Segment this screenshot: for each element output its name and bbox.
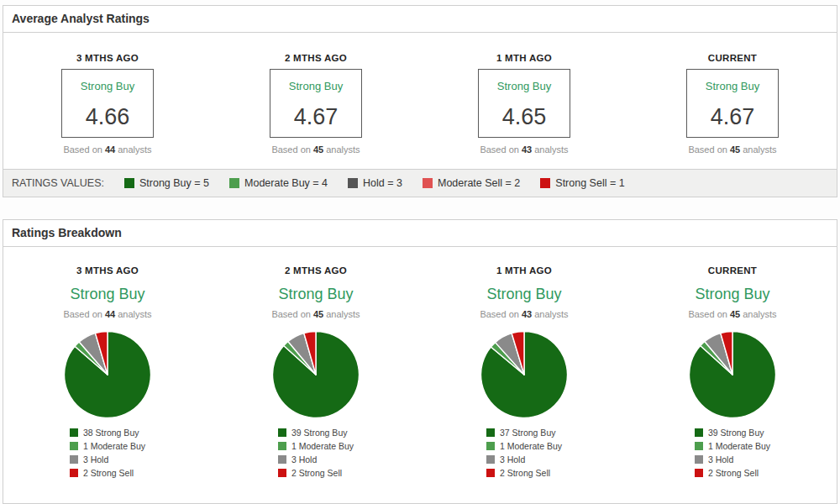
analyst-count-line: Based on 44 analysts [3,144,212,155]
rating-card: 1 MTH AGO Strong Buy 4.65 Based on 43 an… [420,53,628,155]
rating-value: 4.66 [86,106,130,129]
rating-value: 4.65 [502,106,547,129]
breakdown-column: 3 MTHS AGO Strong Buy Based on 44 analys… [3,265,212,481]
legend-label: 38 Strong Buy [83,428,139,438]
analyst-count: 44 [105,309,115,319]
legend-color-swatch [229,178,239,188]
legend-color-swatch [540,178,550,188]
based-on-text: Based on [480,144,518,155]
legend-color-swatch [124,178,134,188]
legend-color-swatch [695,455,703,464]
legend-color-swatch [278,455,286,464]
pie-legend-item: 3 Hold [695,454,770,465]
analysts-text: analysts [743,144,776,155]
pie-legend-item: 39 Strong Buy [278,428,354,438]
legend-label: 1 Moderate Buy [291,441,354,451]
panel-title: Average Analyst Ratings [3,6,837,33]
analyst-count: 45 [313,144,323,155]
legend-label: 3 Hold [83,454,108,465]
analysts-text: analysts [743,309,776,319]
legend-color-swatch [423,178,433,188]
pie-legend-item: 2 Strong Sell [70,468,145,478]
legend-label: 2 Strong Sell [83,468,134,478]
rating-box: Strong Buy 4.66 [61,69,154,138]
rating-label: Strong Buy [3,286,212,303]
pie-legend-item: 3 Hold [278,454,354,465]
legend-item-moderate-sell: Moderate Sell = 2 [423,177,520,189]
rating-card: 3 MTHS AGO Strong Buy 4.66 Based on 44 a… [3,53,212,155]
pie-legend: 39 Strong Buy 1 Moderate Buy 3 Hold 2 St… [278,424,354,481]
legend-label: 2 Strong Sell [708,468,759,478]
breakdown-columns-row: 3 MTHS AGO Strong Buy Based on 44 analys… [3,247,837,503]
based-on-text: Based on [271,144,310,155]
rating-card: 2 MTHS AGO Strong Buy 4.67 Based on 45 a… [212,53,420,155]
legend-label: Strong Sell = 1 [555,177,624,189]
rating-box: Strong Buy 4.67 [686,69,779,138]
pie-legend-item: 1 Moderate Buy [695,441,770,451]
analysts-text: analysts [534,144,568,155]
legend-label: 2 Strong Sell [500,468,550,478]
analyst-count-line: Based on 45 analysts [212,144,420,155]
ratings-breakdown-panel: Ratings Breakdown 3 MTHS AGO Strong Buy … [3,219,837,504]
legend-label: Moderate Sell = 2 [438,177,520,189]
rating-label: Strong Buy [289,80,343,92]
pie-chart [688,330,777,419]
legend-color-swatch [695,442,703,450]
rating-label: Strong Buy [420,286,628,303]
pie-legend-item: 1 Moderate Buy [486,441,562,451]
legend-color-swatch [695,469,703,477]
legend-color-swatch [348,178,358,188]
pie-legend-item: 2 Strong Sell [695,468,770,478]
rating-cards-row: 3 MTHS AGO Strong Buy 4.66 Based on 44 a… [3,33,837,169]
analyst-count: 45 [730,144,740,155]
rating-label: Strong Buy [706,80,759,92]
period-label: 2 MTHS AGO [212,53,420,63]
pie-chart [480,330,569,419]
breakdown-column: CURRENT Strong Buy Based on 45 analysts … [628,265,837,481]
legend-color-swatch [278,442,286,450]
legend-color-swatch [486,442,495,450]
based-on-text: Based on [480,309,518,319]
legend-item-hold: Hold = 3 [348,177,402,189]
period-label: 3 MTHS AGO [3,265,212,276]
pie-legend-item: 1 Moderate Buy [278,441,354,451]
legend-label: 37 Strong Buy [500,428,556,438]
analyst-count-line: Based on 45 analysts [628,309,837,319]
pie-legend-item: 2 Strong Sell [486,468,562,478]
based-on-text: Based on [688,309,727,319]
period-label: 1 MTH AGO [420,265,628,276]
analysts-text: analysts [534,309,568,319]
based-on-text: Based on [63,309,102,319]
legend-color-swatch [278,469,286,477]
legend-label: 1 Moderate Buy [708,441,770,451]
rating-label: Strong Buy [497,80,551,92]
rating-label: Strong Buy [81,80,134,92]
legend-color-swatch [70,442,78,450]
pie-chart [271,330,360,419]
legend-label: 3 Hold [291,454,317,465]
legend-label: 1 Moderate Buy [83,441,145,451]
ratings-values-label: RATINGS VALUES: [12,177,104,189]
analyst-count-line: Based on 44 analysts [3,309,212,319]
period-label: 3 MTHS AGO [3,53,212,63]
legend-item-moderate-buy: Moderate Buy = 4 [229,177,328,189]
legend-item-strong-buy: Strong Buy = 5 [124,177,209,189]
legend-color-swatch [486,428,495,437]
period-label: 1 MTH AGO [420,53,628,63]
pie-legend: 37 Strong Buy 1 Moderate Buy 3 Hold 2 St… [486,424,562,481]
average-ratings-panel: Average Analyst Ratings 3 MTHS AGO Stron… [3,5,837,170]
rating-value: 4.67 [294,106,339,129]
analysts-text: analysts [118,309,151,319]
rating-box: Strong Buy 4.67 [270,69,362,138]
legend-label: Hold = 3 [363,177,402,189]
legend-color-swatch [70,469,78,477]
legend-color-swatch [278,428,286,437]
pie-legend-item: 3 Hold [486,454,562,465]
based-on-text: Based on [63,144,102,155]
analyst-count-line: Based on 43 analysts [420,144,628,155]
analysts-text: analysts [118,144,151,155]
rating-value: 4.67 [711,106,755,129]
legend-color-swatch [486,469,495,477]
period-label: 2 MTHS AGO [212,265,420,276]
pie-legend-item: 39 Strong Buy [695,428,770,438]
